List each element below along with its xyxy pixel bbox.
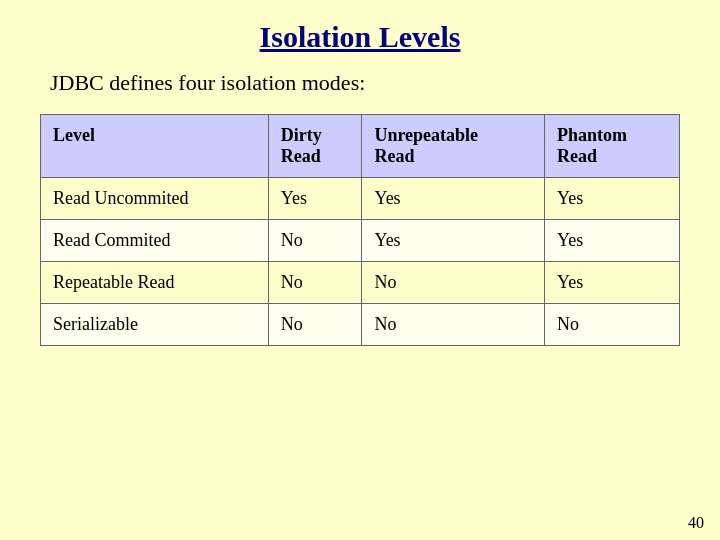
- table-header-row: Level Dirty Read Unrepeatable Read Phant…: [41, 115, 680, 178]
- col-header-unrepeatable-read: Unrepeatable Read: [362, 115, 545, 178]
- col-header-phantom-read: Phantom Read: [545, 115, 680, 178]
- cell-dirty-read: Yes: [268, 178, 362, 220]
- col-header-dirty-line1: Dirty: [281, 125, 322, 145]
- cell-phantom-read: Yes: [545, 178, 680, 220]
- col-header-unrepeatable-line2: Read: [374, 146, 414, 166]
- cell-level: Repeatable Read: [41, 262, 269, 304]
- cell-dirty-read: No: [268, 220, 362, 262]
- cell-unrepeatable-read: No: [362, 262, 545, 304]
- cell-level: Serializable: [41, 304, 269, 346]
- col-header-phantom-line1: Phantom: [557, 125, 627, 145]
- cell-dirty-read: No: [268, 304, 362, 346]
- table-wrapper: Level Dirty Read Unrepeatable Read Phant…: [40, 114, 680, 346]
- cell-unrepeatable-read: Yes: [362, 178, 545, 220]
- table-row: Read CommitedNoYesYes: [41, 220, 680, 262]
- cell-unrepeatable-read: Yes: [362, 220, 545, 262]
- cell-dirty-read: No: [268, 262, 362, 304]
- table-body: Read UncommitedYesYesYesRead CommitedNoY…: [41, 178, 680, 346]
- table-row: Read UncommitedYesYesYes: [41, 178, 680, 220]
- col-header-unrepeatable-line1: Unrepeatable: [374, 125, 478, 145]
- cell-phantom-read: No: [545, 304, 680, 346]
- col-header-phantom-line2: Read: [557, 146, 597, 166]
- cell-unrepeatable-read: No: [362, 304, 545, 346]
- table-row: Repeatable ReadNoNoYes: [41, 262, 680, 304]
- page-title: Isolation Levels: [260, 20, 461, 54]
- page-number: 40: [688, 514, 704, 532]
- subtitle: JDBC defines four isolation modes:: [40, 70, 365, 96]
- cell-level: Read Uncommited: [41, 178, 269, 220]
- cell-phantom-read: Yes: [545, 220, 680, 262]
- isolation-table: Level Dirty Read Unrepeatable Read Phant…: [40, 114, 680, 346]
- col-header-dirty-line2: Read: [281, 146, 321, 166]
- col-header-level: Level: [41, 115, 269, 178]
- page-container: Isolation Levels JDBC defines four isola…: [0, 0, 720, 540]
- cell-phantom-read: Yes: [545, 262, 680, 304]
- col-header-dirty-read: Dirty Read: [268, 115, 362, 178]
- col-header-level-line1: Level: [53, 125, 95, 145]
- cell-level: Read Commited: [41, 220, 269, 262]
- table-row: SerializableNoNoNo: [41, 304, 680, 346]
